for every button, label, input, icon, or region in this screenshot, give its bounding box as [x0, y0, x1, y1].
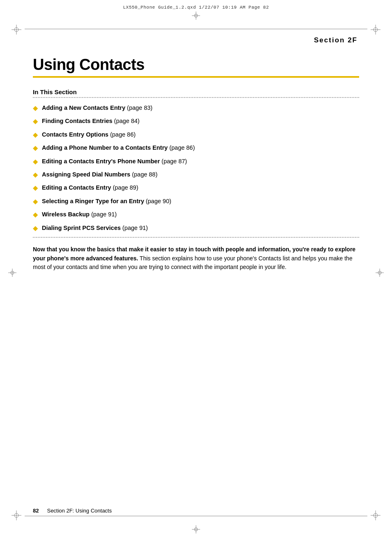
list-item-bold-7: Editing a Contacts Entry: [42, 184, 111, 191]
list-item-bold-8: Selecting a Ringer Type for an Entry: [42, 198, 144, 204]
diamond-icon-6: ◆: [33, 170, 38, 179]
reg-mark-bottom-left: [12, 510, 21, 520]
list-item-text-7: Editing a Contacts Entry (page 89): [42, 183, 138, 192]
hrule-bottom: [25, 516, 367, 516]
reg-mark-right: [376, 269, 384, 277]
diamond-icon-9: ◆: [33, 210, 38, 219]
list-item-bold-6: Assigning Speed Dial Numbers: [42, 171, 130, 178]
list-item: ◆ Editing a Contacts Entry (page 89): [33, 183, 359, 192]
list-item-text-10: Dialing Sprint PCS Services (page 91): [42, 224, 148, 232]
diamond-icon-10: ◆: [33, 224, 38, 233]
reg-mark-bottom-center: [192, 525, 200, 533]
title-underline: [33, 76, 359, 78]
hrule-top: [25, 29, 367, 29]
list-item: ◆ Finding Contacts Entries (page 84): [33, 117, 359, 126]
section-label: Section 2F: [33, 36, 359, 44]
page-title: Using Contacts: [33, 56, 359, 74]
diamond-icon-2: ◆: [33, 117, 38, 126]
diamond-icon-8: ◆: [33, 197, 38, 206]
list-item: ◆ Selecting a Ringer Type for an Entry (…: [33, 197, 359, 206]
in-this-section-heading: In This Section: [33, 88, 359, 95]
reg-mark-top-right: [371, 25, 380, 35]
diamond-icon-1: ◆: [33, 104, 38, 113]
list-item-normal-8: (page 90): [144, 198, 171, 204]
list-item-text-6: Assigning Speed Dial Numbers (page 88): [42, 170, 157, 179]
diamond-icon-4: ◆: [33, 144, 38, 153]
dotted-rule-top: [33, 97, 359, 98]
list-item-normal-10: (page 91): [121, 225, 148, 231]
list-item-text-5: Editing a Contacts Entry's Phone Number …: [42, 157, 187, 165]
list-item-text-8: Selecting a Ringer Type for an Entry (pa…: [42, 197, 171, 205]
list-item-text-4: Adding a Phone Number to a Contacts Entr…: [42, 144, 195, 152]
file-header: LX550_Phone Guide_1.2.qxd 1/22/07 10:19 …: [0, 5, 392, 10]
list-item-bold-4: Adding a Phone Number to a Contacts Entr…: [42, 144, 168, 151]
list-item-bold-10: Dialing Sprint PCS Services: [42, 225, 121, 231]
list-item-normal-7: (page 89): [111, 184, 138, 191]
diamond-icon-3: ◆: [33, 130, 38, 139]
list-item-bold-9: Wireless Backup: [42, 211, 90, 218]
list-item-normal-1: (page 83): [125, 104, 152, 111]
list-item-bold-5: Editing a Contacts Entry's Phone Number: [42, 158, 160, 165]
list-item: ◆ Adding a New Contacts Entry (page 83): [33, 104, 359, 113]
list-item: ◆ Editing a Contacts Entry's Phone Numbe…: [33, 157, 359, 166]
footer-section-text: Section 2F: Using Contacts: [47, 508, 112, 514]
reg-mark-left: [8, 269, 16, 277]
page-container: LX550_Phone Guide_1.2.qxd 1/22/07 10:19 …: [0, 0, 392, 545]
list-item-normal-4: (page 86): [168, 144, 195, 151]
list-item-bold-2: Finding Contacts Entries: [42, 118, 113, 124]
list-item: ◆ Contacts Entry Options (page 86): [33, 130, 359, 139]
list-item-text-9: Wireless Backup (page 91): [42, 210, 117, 218]
list-item: ◆ Assigning Speed Dial Numbers (page 88): [33, 170, 359, 179]
footer-page-number: 82: [33, 508, 39, 514]
dotted-rule-bottom: [33, 237, 359, 238]
list-item: ◆ Adding a Phone Number to a Contacts En…: [33, 144, 359, 153]
list-item-normal-5: (page 87): [160, 158, 187, 165]
reg-mark-bottom-right: [371, 510, 380, 520]
reg-mark-top-left: [12, 25, 21, 35]
diamond-icon-5: ◆: [33, 157, 38, 166]
list-item: ◆ Wireless Backup (page 91): [33, 210, 359, 219]
description-paragraph: Now that you know the basics that make i…: [33, 245, 359, 272]
list-item-bold-3: Contacts Entry Options: [42, 131, 108, 138]
list-item: ◆ Dialing Sprint PCS Services (page 91): [33, 224, 359, 233]
list-item-normal-3: (page 86): [108, 131, 136, 138]
diamond-icon-7: ◆: [33, 183, 38, 192]
list-item-text-3: Contacts Entry Options (page 86): [42, 130, 136, 139]
file-info-text: LX550_Phone Guide_1.2.qxd 1/22/07 10:19 …: [123, 5, 269, 10]
list-item-normal-6: (page 88): [130, 171, 157, 178]
page-footer: 82 Section 2F: Using Contacts: [33, 508, 359, 514]
toc-list: ◆ Adding a New Contacts Entry (page 83) …: [33, 104, 359, 233]
list-item-text-1: Adding a New Contacts Entry (page 83): [42, 104, 152, 112]
main-content: Section 2F Using Contacts In This Sectio…: [33, 36, 359, 509]
list-item-text-2: Finding Contacts Entries (page 84): [42, 117, 140, 125]
reg-mark-top-center: [192, 12, 200, 20]
list-item-bold-1: Adding a New Contacts Entry: [42, 104, 125, 111]
list-item-normal-9: (page 91): [90, 211, 117, 218]
list-item-normal-2: (page 84): [113, 118, 140, 124]
